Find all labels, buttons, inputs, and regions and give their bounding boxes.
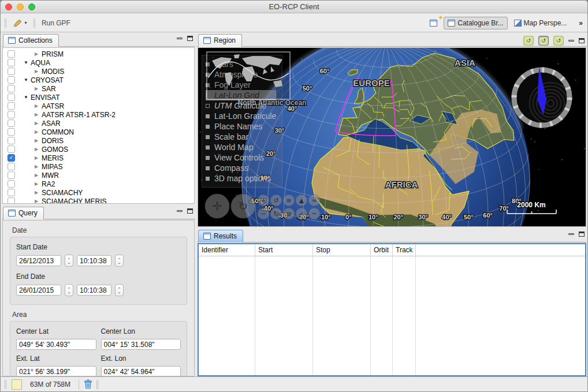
collection-item-cryosat[interactable]: ▼CRYOSAT <box>3 76 194 84</box>
expand-arrow-icon[interactable]: ▶ <box>35 112 42 117</box>
column-header-track[interactable]: Track <box>393 244 416 256</box>
column-header-start[interactable]: Start <box>255 244 313 256</box>
world-map-overlay[interactable] <box>206 51 291 100</box>
start-time-stepper[interactable]: ⌃⌄ <box>115 255 124 267</box>
region-tool-button-1[interactable]: ↺ <box>523 36 534 46</box>
statusbar-drag-handle[interactable] <box>96 380 98 389</box>
run-gpf-button[interactable]: Run GPF <box>42 19 70 27</box>
minimize-view-button[interactable] <box>568 233 574 235</box>
collection-checkbox[interactable] <box>8 197 15 204</box>
expand-arrow-icon[interactable]: ▶ <box>35 138 42 143</box>
collections-tree[interactable]: ▶PRISM▼AQUA▶MODIS▼CRYOSAT▶SAR▼ENVISAT▶AA… <box>2 47 195 204</box>
collection-checkbox[interactable] <box>8 137 15 144</box>
start-time-input[interactable] <box>77 255 111 266</box>
layer-bullet-icon[interactable] <box>206 104 210 108</box>
collapse-arrow-icon[interactable]: ▼ <box>24 60 31 65</box>
expand-arrow-icon[interactable]: ▶ <box>35 190 42 195</box>
layer-item-place-names[interactable]: Place Names <box>206 121 276 132</box>
collection-checkbox[interactable] <box>8 111 15 118</box>
layer-item-view-controls[interactable]: View Controls <box>206 152 276 163</box>
layer-item-utm-graticule[interactable]: UTM Graticule <box>206 100 276 111</box>
collection-checkbox[interactable] <box>8 94 15 101</box>
collection-checkbox[interactable] <box>8 145 15 153</box>
collection-item-mipas[interactable]: ▶MIPAS <box>3 162 194 171</box>
collection-checkbox[interactable] <box>8 102 15 110</box>
collection-checkbox[interactable] <box>8 180 15 188</box>
collection-item-envisat[interactable]: ▼ENVISAT <box>3 93 194 102</box>
collection-checkbox[interactable] <box>8 50 15 58</box>
collection-checkbox[interactable] <box>8 189 15 196</box>
toolbar-drag-handle[interactable] <box>5 18 6 28</box>
collection-checkbox[interactable] <box>8 120 15 127</box>
expand-arrow-icon[interactable]: ▶ <box>35 103 42 109</box>
maximize-view-button[interactable] <box>187 36 193 41</box>
collection-item-asar[interactable]: ▶ASAR <box>3 119 194 128</box>
collection-item-gomos[interactable]: ▶GOMOS <box>3 145 194 154</box>
expand-arrow-icon[interactable]: ▶ <box>35 121 42 126</box>
layer-bullet-icon[interactable] <box>206 145 210 150</box>
start-date-stepper[interactable]: ⌃⌄ <box>65 255 73 267</box>
titlebar[interactable]: EO-RCP Client <box>1 1 587 13</box>
collection-item-modis[interactable]: ▶MODIS <box>3 67 194 76</box>
expand-arrow-icon[interactable]: ▶ <box>35 173 42 178</box>
expand-arrow-icon[interactable]: ▶ <box>35 181 42 186</box>
collection-item-aqua[interactable]: ▼AQUA <box>3 58 194 67</box>
expand-arrow-icon[interactable]: ▶ <box>35 164 42 169</box>
layer-item-compass[interactable]: Compass <box>206 163 276 173</box>
layer-bullet-icon[interactable] <box>206 166 210 170</box>
collection-item-common[interactable]: ▶COMMON <box>3 128 194 136</box>
end-date-input[interactable] <box>16 285 61 296</box>
collection-checkbox[interactable] <box>8 68 15 75</box>
end-time-stepper[interactable]: ⌃⌄ <box>115 284 124 296</box>
column-header-stop[interactable]: Stop <box>313 244 371 256</box>
maximize-view-button[interactable] <box>579 232 585 237</box>
collection-item-prism[interactable]: ▶PRISM <box>3 50 194 58</box>
perspective-catalogue-browser[interactable]: Catalogue Br... <box>444 17 507 29</box>
collection-checkbox[interactable] <box>8 85 15 92</box>
tab-query[interactable]: Query <box>3 207 44 219</box>
collection-item-sar[interactable]: ▶SAR <box>3 84 194 93</box>
collection-item-meris[interactable]: ✓▶MERIS <box>3 154 194 162</box>
tab-collections[interactable]: Collections <box>3 34 59 47</box>
collection-item-mwr[interactable]: ▶MWR <box>3 171 194 180</box>
layer-bullet-icon[interactable] <box>206 177 210 181</box>
collection-checkbox[interactable] <box>8 163 15 170</box>
layer-bullet-icon[interactable] <box>206 156 210 160</box>
collection-item-doris[interactable]: ▶DORIS <box>3 136 194 145</box>
layer-bullet-icon[interactable] <box>206 125 210 129</box>
layer-bullet-icon[interactable] <box>206 114 210 118</box>
layer-item-scale-bar[interactable]: Scale bar <box>206 132 276 142</box>
minimize-view-button[interactable] <box>177 210 183 212</box>
collapse-arrow-icon[interactable]: ▼ <box>24 95 31 100</box>
collection-item-sciamachy[interactable]: ▶SCIAMACHY <box>3 188 194 197</box>
collection-checkbox[interactable] <box>8 59 15 66</box>
collection-checkbox[interactable] <box>8 171 15 179</box>
expand-arrow-icon[interactable]: ▶ <box>35 147 42 152</box>
open-perspective-button[interactable]: ✦ <box>426 17 441 29</box>
layer-bullet-icon[interactable] <box>206 135 210 139</box>
collection-item-sciamachy-meris[interactable]: ▶SCIAMACHY MERIS <box>3 197 194 204</box>
garbage-collect-button[interactable] <box>84 379 92 389</box>
collection-checkbox[interactable] <box>8 128 15 136</box>
results-header-row[interactable]: IdentifierStartStopOrbitTrack <box>199 244 585 256</box>
chevron-down-icon[interactable]: ▼ <box>24 21 28 25</box>
column-header-identifier[interactable]: Identifier <box>199 244 255 256</box>
expand-arrow-icon[interactable]: ▶ <box>35 129 42 135</box>
toolbar-drag-handle[interactable] <box>34 18 35 28</box>
perspective-overflow-button[interactable]: » <box>579 19 583 27</box>
maximize-view-button[interactable] <box>187 208 193 214</box>
start-date-input[interactable] <box>16 255 61 266</box>
collection-item-ra2[interactable]: ▶RA2 <box>3 180 194 188</box>
collection-checkbox[interactable] <box>8 76 15 84</box>
expand-arrow-icon[interactable]: ▶ <box>35 69 42 74</box>
maximize-view-button[interactable] <box>579 38 585 43</box>
results-body[interactable] <box>199 256 585 375</box>
center-lat-input[interactable] <box>16 339 96 350</box>
perspective-map[interactable]: Map Perspe... <box>510 17 571 29</box>
results-table[interactable]: IdentifierStartStopOrbitTrack <box>198 243 586 376</box>
expand-arrow-icon[interactable]: ▶ <box>35 86 42 91</box>
layer-item-3d-map-options[interactable]: 3D map options <box>206 173 276 184</box>
expand-arrow-icon[interactable]: ▶ <box>35 155 42 160</box>
region-tool-button-2[interactable]: ↺ <box>538 36 549 46</box>
collapse-arrow-icon[interactable]: ▼ <box>24 77 31 83</box>
